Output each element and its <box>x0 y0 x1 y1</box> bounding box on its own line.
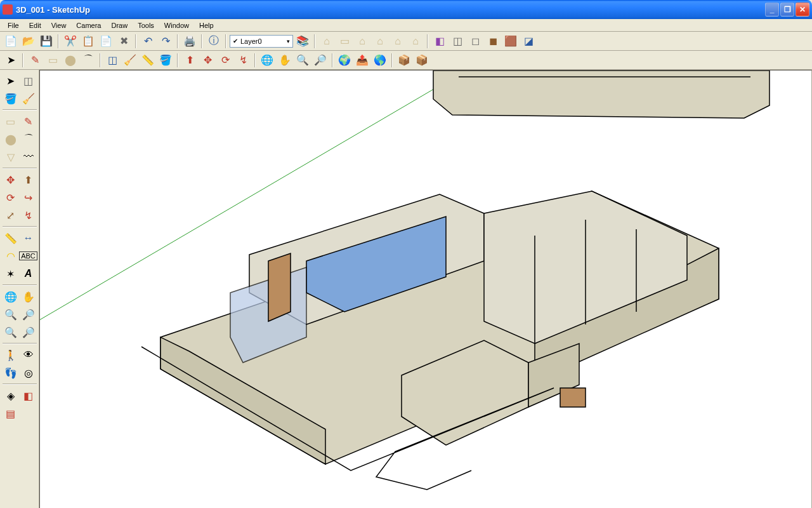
delete-button[interactable]: ✖ <box>115 33 132 50</box>
layer-manager-button[interactable]: 📚 <box>294 33 311 50</box>
protractor-tool-side[interactable]: ◠ <box>3 248 19 264</box>
offset-tool[interactable]: ↯ <box>235 52 251 69</box>
next-view-side[interactable]: 🔎 <box>20 324 37 340</box>
paint-tool[interactable]: 🪣 <box>157 52 174 69</box>
wireframe-button[interactable]: ◫ <box>449 33 466 50</box>
polygon-tool-side[interactable]: ▽ <box>3 149 19 165</box>
zoom-extents-tool[interactable]: 🔎 <box>312 52 329 69</box>
rotate-tool[interactable]: ⟳ <box>217 52 233 69</box>
scale-tool-side[interactable]: ⤢ <box>3 207 19 224</box>
circle-tool-side[interactable]: ⬤ <box>3 131 19 147</box>
right-view-button[interactable]: ⌂ <box>372 33 388 50</box>
menu-edit[interactable]: Edit <box>24 20 46 30</box>
zoom-tool[interactable]: 🔍 <box>294 52 311 69</box>
open-button[interactable]: 📂 <box>20 33 37 50</box>
section-plane-side[interactable]: ◎ <box>20 364 37 381</box>
section-fill-side[interactable]: ▤ <box>3 405 19 422</box>
rotate-tool-side[interactable]: ⟳ <box>3 189 19 206</box>
toggle-terrain-button[interactable]: 📦 <box>414 52 430 69</box>
select-tool[interactable]: ➤ <box>3 52 19 69</box>
look-around-side[interactable]: 👁 <box>20 347 37 363</box>
zoom-tool-side[interactable]: 🔍 <box>3 306 19 323</box>
eraser-tool-side[interactable]: 🧹 <box>20 90 37 107</box>
3dtext-tool-side[interactable]: A <box>20 265 37 282</box>
menu-tools[interactable]: Tools <box>133 20 159 30</box>
place-model-button[interactable]: 📦 <box>396 52 412 69</box>
shaded-button[interactable]: ◼ <box>485 33 501 50</box>
rectangle-tool-side[interactable]: ▭ <box>3 113 19 130</box>
front-view-button[interactable]: ⌂ <box>354 33 370 50</box>
warehouse-share-button[interactable]: 📤 <box>354 52 370 69</box>
zoom-extents-side[interactable]: 🔎 <box>20 306 37 323</box>
pan-tool[interactable]: ✋ <box>277 52 293 69</box>
axes-tool-side[interactable]: ✶ <box>3 265 19 282</box>
save-button[interactable]: 💾 <box>38 33 55 50</box>
viewport[interactable] <box>39 70 812 508</box>
position-camera-side[interactable]: 🚶 <box>3 347 19 363</box>
arc-tool-side[interactable]: ⌒ <box>20 131 37 147</box>
pushpull-tool-side[interactable]: ⬆ <box>20 171 37 188</box>
hidden-line-button[interactable]: ◻ <box>467 33 483 50</box>
menu-camera[interactable]: Camera <box>71 20 106 30</box>
pushpull-tool[interactable]: ⬆ <box>181 52 198 69</box>
circle-tool[interactable]: ⬤ <box>62 52 79 69</box>
eraser-tool[interactable]: 🧹 <box>122 52 138 69</box>
menu-view[interactable]: View <box>46 20 72 30</box>
scissors-icon: ✂️ <box>64 35 77 47</box>
menu-file[interactable]: File <box>3 20 24 30</box>
walk-tool-side[interactable]: 👣 <box>3 364 19 381</box>
redo-button[interactable]: ↷ <box>157 33 174 50</box>
text-tool-side[interactable]: ABC <box>20 248 37 264</box>
menu-draw[interactable]: Draw <box>106 20 133 30</box>
print-button[interactable]: 🖨️ <box>181 33 198 50</box>
shaded-textures-button[interactable]: 🟫 <box>502 33 519 50</box>
followme-tool-side[interactable]: ↪ <box>20 189 37 206</box>
line-tool-side[interactable]: ✎ <box>20 113 37 130</box>
maximize-button[interactable]: ❐ <box>780 3 794 17</box>
magnifier-icon: 🔍 <box>296 54 309 66</box>
model-info-button[interactable]: ⓘ <box>206 33 222 50</box>
top-view-button[interactable]: ▭ <box>336 33 353 50</box>
minimize-button[interactable]: _ <box>765 3 779 17</box>
component-tool-side[interactable]: ◫ <box>20 72 37 89</box>
menu-window[interactable]: Window <box>159 20 194 30</box>
offset-tool-side[interactable]: ↯ <box>20 207 37 224</box>
copy-button[interactable]: 📋 <box>80 33 96 50</box>
section-display-side[interactable]: ◈ <box>3 387 19 404</box>
monochrome-button[interactable]: ◪ <box>520 33 537 50</box>
close-button[interactable]: ✕ <box>796 3 809 17</box>
paste-button[interactable]: 📄 <box>98 33 114 50</box>
line-tool[interactable]: ✎ <box>27 52 43 69</box>
xray-button[interactable]: ◧ <box>431 33 448 50</box>
iso-view-button[interactable]: ⌂ <box>318 33 335 50</box>
warehouse-get-button[interactable]: 🌍 <box>336 52 353 69</box>
select-tool-side[interactable]: ➤ <box>3 72 19 89</box>
cut-button[interactable]: ✂️ <box>62 33 79 50</box>
dimension-tool-side[interactable]: ↔ <box>20 230 37 246</box>
new-button[interactable]: 📄 <box>3 33 19 50</box>
tape-tool-side[interactable]: 📏 <box>3 230 19 246</box>
orbit-tool-side[interactable]: 🌐 <box>3 288 19 305</box>
component-tool[interactable]: ◫ <box>104 52 121 69</box>
section-cut-side[interactable]: ◧ <box>20 387 37 404</box>
arc-tool[interactable]: ⌒ <box>80 52 96 69</box>
layer-dropdown[interactable]: ✔ Layer0 <box>230 35 293 48</box>
copy-icon: 📋 <box>82 35 95 47</box>
tape-tool[interactable]: 📏 <box>140 52 156 69</box>
freehand-tool-side[interactable]: 〰 <box>20 149 37 165</box>
menu-help[interactable]: Help <box>194 20 219 30</box>
left-view-button[interactable]: ⌂ <box>407 33 424 50</box>
orbit-tool[interactable]: 🌐 <box>259 52 275 69</box>
pan-tool-side[interactable]: ✋ <box>20 288 37 305</box>
previous-view-side[interactable]: 🔍 <box>3 324 19 340</box>
separator <box>332 53 333 67</box>
back-view-button[interactable]: ⌂ <box>390 33 406 50</box>
google-earth-button[interactable]: 🌎 <box>372 52 388 69</box>
move-tool[interactable]: ✥ <box>199 52 216 69</box>
polygon-icon: ▽ <box>7 151 15 163</box>
paint-tool-side[interactable]: 🪣 <box>3 90 19 107</box>
undo-button[interactable]: ↶ <box>140 33 156 50</box>
separator <box>254 53 256 67</box>
rectangle-tool[interactable]: ▭ <box>44 52 61 69</box>
move-tool-side[interactable]: ✥ <box>3 171 19 188</box>
